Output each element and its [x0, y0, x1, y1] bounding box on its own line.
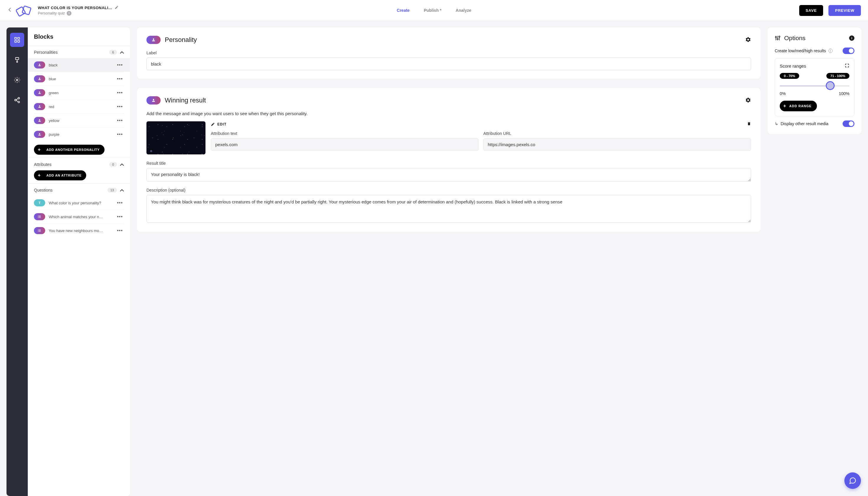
text-badge-icon: T: [34, 199, 45, 206]
chevron-up-icon: [120, 162, 124, 167]
user-icon: [34, 131, 45, 138]
display-other-toggle[interactable]: [842, 121, 854, 127]
score-ranges-title: Score ranges: [780, 63, 806, 68]
svg-point-28: [777, 38, 778, 40]
svg-rect-0: [16, 7, 26, 17]
rail-settings-icon[interactable]: [10, 73, 24, 87]
add-attribute-button[interactable]: + ADD AN ATTRIBUTE: [34, 170, 86, 181]
range-slider[interactable]: [780, 83, 849, 89]
attribution-text-label: Attribution text: [211, 131, 479, 136]
section-questions[interactable]: Questions 13: [34, 188, 124, 192]
plus-icon: +: [36, 146, 43, 153]
result-title-label: Result title: [146, 161, 751, 166]
pencil-icon[interactable]: [114, 5, 119, 10]
result-title-input[interactable]: [146, 168, 751, 182]
user-icon: [34, 61, 45, 68]
attribution-url-input[interactable]: [483, 138, 751, 151]
result-image-thumbnail[interactable]: [146, 121, 205, 154]
svg-point-23: [38, 231, 38, 232]
chat-bubble-button[interactable]: [844, 472, 861, 489]
label-field-label: Label: [146, 50, 751, 55]
section-personalities[interactable]: Personalities 6: [34, 50, 124, 55]
options-title: Options: [784, 34, 805, 42]
rail-share-icon[interactable]: [10, 93, 24, 107]
personality-item-purple[interactable]: purple •••: [34, 127, 124, 141]
personality-card-title: Personality: [165, 36, 197, 44]
create-results-toggle[interactable]: [842, 48, 854, 54]
more-icon[interactable]: •••: [116, 228, 124, 233]
app-header: WHAT COLOR IS YOUR PERSONALI… Personalit…: [0, 0, 868, 21]
gear-icon[interactable]: [745, 36, 751, 43]
list-icon: [34, 213, 45, 220]
winning-result-helper: Add the message and image you want users…: [146, 111, 751, 116]
tab-analyze[interactable]: Analyze: [455, 5, 471, 15]
personality-item-blue[interactable]: blue •••: [34, 72, 124, 86]
more-icon[interactable]: •••: [116, 90, 124, 95]
left-rail: [6, 28, 28, 496]
personality-item-black[interactable]: black •••: [28, 58, 130, 72]
riddle-logo-icon[interactable]: [16, 3, 32, 18]
slider-min: 0%: [780, 91, 786, 96]
question-item[interactable]: Which animal matches your n… •••: [34, 210, 124, 223]
more-icon[interactable]: •••: [116, 62, 124, 67]
info-icon[interactable]: i: [828, 49, 833, 53]
user-icon: [34, 75, 45, 82]
svg-point-9: [18, 97, 20, 99]
more-icon[interactable]: •••: [116, 104, 124, 109]
preview-button[interactable]: PREVIEW: [828, 5, 861, 16]
save-button[interactable]: SAVE: [799, 5, 823, 16]
rail-blocks-icon[interactable]: [10, 33, 24, 47]
pencil-icon: [211, 122, 215, 126]
svg-point-17: [38, 218, 38, 218]
slider-handle[interactable]: [826, 81, 835, 90]
range-pill-high: 71 - 100%: [826, 73, 849, 79]
section-attributes[interactable]: Attributes 0: [34, 162, 124, 167]
personalities-count: 6: [109, 50, 117, 55]
description-label: Description (optional): [146, 188, 751, 192]
tab-publish[interactable]: Publish *: [424, 5, 441, 15]
svg-rect-2: [15, 37, 17, 39]
more-icon[interactable]: •••: [116, 132, 124, 137]
svg-point-10: [15, 99, 17, 101]
more-icon[interactable]: •••: [116, 200, 124, 205]
more-icon[interactable]: •••: [116, 118, 124, 123]
chevron-up-icon: [120, 50, 124, 55]
gear-icon[interactable]: [745, 97, 751, 104]
user-icon: [34, 89, 45, 96]
info-icon[interactable]: i: [849, 35, 854, 41]
svg-point-21: [38, 230, 38, 230]
svg-point-11: [18, 101, 20, 103]
personality-item-red[interactable]: red •••: [34, 99, 124, 113]
add-personality-button[interactable]: + ADD ANOTHER PERSONALITY: [34, 145, 105, 155]
user-icon: [34, 103, 45, 110]
personality-item-yellow[interactable]: yellow •••: [34, 113, 124, 127]
options-card: Options i Create low/med/high results i …: [768, 28, 862, 134]
more-icon[interactable]: •••: [116, 214, 124, 219]
add-range-button[interactable]: + ADD RANGE: [780, 101, 817, 111]
label-input[interactable]: [146, 58, 751, 70]
winning-result-card: Winning result Add the message and image…: [137, 88, 761, 232]
tab-create[interactable]: Create: [397, 5, 410, 15]
description-input[interactable]: [146, 195, 751, 222]
edit-image-button[interactable]: EDIT: [211, 122, 227, 126]
attribution-url-label: Attribution URL: [483, 131, 751, 136]
question-item[interactable]: T What color is your personality? •••: [34, 196, 124, 210]
sliders-icon: [775, 35, 780, 41]
trash-icon[interactable]: [747, 121, 751, 127]
svg-point-29: [779, 36, 780, 37]
personality-item-green[interactable]: green •••: [34, 86, 124, 99]
expand-icon[interactable]: [845, 63, 849, 69]
svg-point-27: [775, 36, 776, 38]
questions-count: 13: [107, 188, 117, 192]
more-icon[interactable]: •••: [116, 76, 124, 81]
back-arrow-icon[interactable]: [7, 6, 12, 15]
rail-paint-icon[interactable]: [10, 53, 24, 67]
info-icon[interactable]: i: [67, 11, 72, 16]
winning-result-title: Winning result: [165, 96, 206, 104]
quiz-subtitle: Personality quiz: [38, 11, 65, 15]
attribution-text-input[interactable]: [211, 138, 479, 151]
question-item[interactable]: You have new neighbours mo… •••: [34, 223, 124, 237]
plus-icon: +: [36, 172, 43, 179]
svg-rect-6: [16, 58, 19, 60]
svg-rect-1: [22, 6, 31, 15]
